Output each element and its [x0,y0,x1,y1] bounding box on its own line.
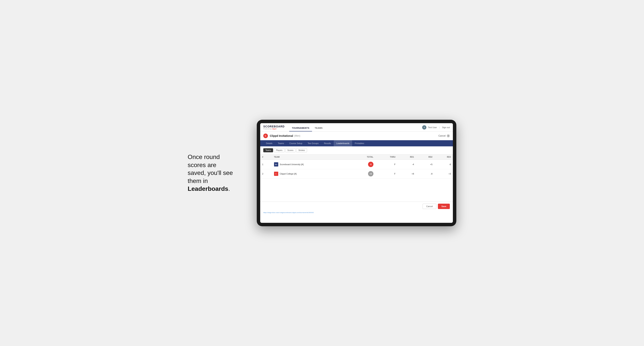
powered-by: Powered by clippd [263,128,284,130]
row1-thru: F [375,160,398,169]
url-bar: https://stage-blue-coach.stagescoreboard… [260,211,453,215]
row1-team: SU Scoreboard University [A] [272,160,351,169]
tournament-subtitle: (Men) [294,135,300,137]
col-rd1: RD1 [398,155,416,160]
row1-total: -5 [351,160,375,169]
user-avatar: S [422,125,426,130]
tab-tee-groups[interactable]: Tee Groups [305,140,321,146]
row1-rd1: -4 [398,160,416,169]
cancel-label: Cancel [438,135,446,137]
row2-team: C Clippd College [A] [272,169,351,178]
nav-tournaments[interactable]: TOURNAMENTS [289,125,312,131]
team-cell: C Clippd College [A] [274,172,349,176]
tablet-screen: SCOREBOARD Powered by clippd TOURNAMENTS… [260,123,453,223]
col-total: TOTAL [351,155,375,160]
row2-rd2: -8 [416,169,434,178]
footer-save-button[interactable]: Save [438,204,450,209]
team-cell: SU Scoreboard University [A] [274,162,349,167]
tab-leaderboards[interactable]: Leaderboards [334,140,352,146]
tab-results[interactable]: Results [321,140,334,146]
tab-details[interactable]: Details [263,140,275,146]
col-rd3: RD3 [434,155,453,160]
intro-line1: Once round [188,154,220,160]
nav-right: S Test User | Sign out [422,125,450,130]
nav-links: TOURNAMENTS TEAMS [289,123,325,131]
row2-rd1: +8 [398,169,416,178]
score-badge-1: -5 [368,162,374,167]
row2-total: +3 [351,169,375,178]
app-logo: SCOREBOARD [263,125,284,128]
sub-tabs: Teams Players Scores Strokes [260,146,453,155]
row1-rd3: -6 [434,160,453,169]
col-thru: THRU [375,155,398,160]
sign-out-link[interactable]: Sign out [442,126,450,129]
team-name-2: Clippd College [A] [280,173,297,175]
row2-rd3: +3 [434,169,453,178]
footer-cancel-button[interactable]: Cancel [422,204,436,209]
table-row: 2 C Clippd College [A] +3 F [260,169,453,178]
tournament-header: C Clippd Invitational (Men) Cancel ✕ [260,132,453,140]
tab-course-setup[interactable]: Course Setup [287,140,305,146]
intro-line2: scores are [188,162,216,169]
tab-teams[interactable]: Teams [275,140,287,146]
tab-printables[interactable]: Printables [352,140,367,146]
top-nav: SCOREBOARD Powered by clippd TOURNAMENTS… [260,123,453,132]
subtab-scores[interactable]: Scores [285,148,296,152]
table-header-row: # TEAM TOTAL THRU RD1 RD2 RD3 [260,155,453,160]
intro-line4: them in [188,177,208,184]
row1-rank: 1 [260,160,272,169]
url-text: https://stage-blue-coach.stagescoreboard… [263,212,314,213]
intro-period: . [228,185,230,192]
nav-teams[interactable]: TEAMS [312,125,325,131]
team-logo-su: SU [274,162,278,167]
row2-thru: F [375,169,398,178]
intro-text: Once round scores are saved, you'll see … [188,153,245,193]
user-name: Test User [428,126,437,129]
tablet-frame: SCOREBOARD Powered by clippd TOURNAMENTS… [257,120,456,226]
subtab-teams[interactable]: Teams [263,148,273,152]
col-team: TEAM [272,155,351,160]
leaderboard-table: # TEAM TOTAL THRU RD1 RD2 RD3 1 [260,155,453,178]
close-icon[interactable]: ✕ [447,134,450,137]
footer-actions: Cancel Save [260,201,453,211]
intro-line3: saved, you'll see [188,169,233,176]
table-row: 1 SU Scoreboard University [A] -5 [260,160,453,169]
team-logo-c: C [274,172,278,176]
col-rd2: RD2 [416,155,434,160]
intro-highlight: Leaderboards [188,185,228,192]
content-spacer [260,178,453,201]
tournament-title: Clippd Invitational [270,134,293,137]
tab-bar: Details Teams Course Setup Tee Groups Re… [260,140,453,146]
row2-rank: 2 [260,169,272,178]
team-name-1: Scoreboard University [A] [280,163,304,166]
row1-rd2: +5 [416,160,434,169]
col-rank: # [260,155,272,160]
subtab-strokes[interactable]: Strokes [296,148,307,152]
tournament-icon: C [263,134,268,138]
logo-area: SCOREBOARD Powered by clippd [263,125,284,130]
score-badge-2: +3 [368,171,374,176]
subtab-players[interactable]: Players [274,148,284,152]
cancel-tournament-btn[interactable]: Cancel ✕ [438,134,450,137]
nav-divider: | [439,126,440,129]
